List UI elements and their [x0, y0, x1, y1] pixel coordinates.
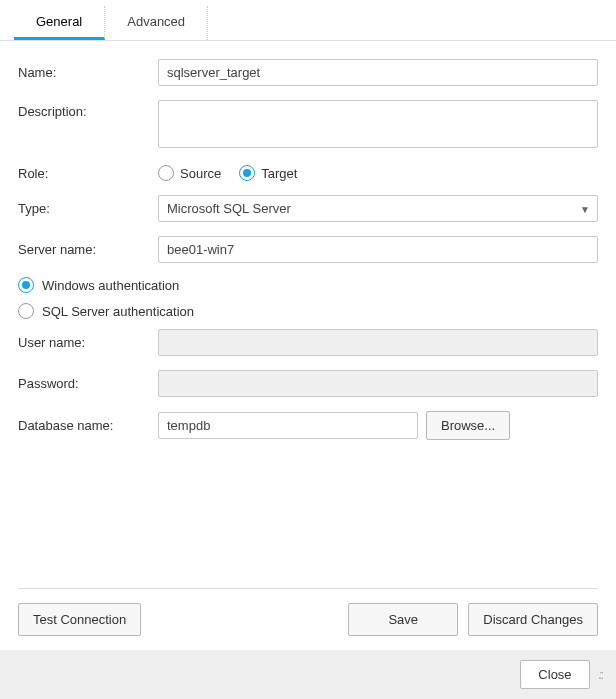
label-role: Role:: [18, 166, 158, 181]
row-role: Role: Source Target: [18, 165, 598, 181]
radio-icon: [18, 303, 34, 319]
role-source-label: Source: [180, 166, 221, 181]
role-target-label: Target: [261, 166, 297, 181]
label-server-name: Server name:: [18, 242, 158, 257]
name-input[interactable]: [158, 59, 598, 86]
auth-sqlserver-label: SQL Server authentication: [42, 304, 194, 319]
auth-windows-radio[interactable]: Windows authentication: [18, 277, 598, 293]
password-input: [158, 370, 598, 397]
row-user-name: User name:: [18, 329, 598, 356]
auth-windows-label: Windows authentication: [42, 278, 179, 293]
save-button[interactable]: Save: [348, 603, 458, 636]
label-database-name: Database name:: [18, 418, 158, 433]
row-type: Type: Microsoft SQL Server ▼: [18, 195, 598, 222]
label-name: Name:: [18, 65, 158, 80]
tab-bar: General Advanced: [0, 0, 616, 41]
server-name-input[interactable]: [158, 236, 598, 263]
browse-button[interactable]: Browse...: [426, 411, 510, 440]
description-input[interactable]: [158, 100, 598, 148]
label-description: Description:: [18, 100, 158, 119]
close-bar: Close .::: [0, 650, 616, 699]
row-name: Name:: [18, 59, 598, 86]
database-name-input[interactable]: [158, 412, 418, 439]
role-source-radio[interactable]: Source: [158, 165, 221, 181]
footer-bar: Test Connection Save Discard Changes: [0, 589, 616, 650]
radio-icon: [239, 165, 255, 181]
row-server-name: Server name:: [18, 236, 598, 263]
radio-icon: [18, 277, 34, 293]
row-database-name: Database name: Browse...: [18, 411, 598, 440]
row-description: Description:: [18, 100, 598, 151]
discard-changes-button[interactable]: Discard Changes: [468, 603, 598, 636]
label-password: Password:: [18, 376, 158, 391]
auth-sqlserver-radio[interactable]: SQL Server authentication: [18, 303, 598, 319]
label-type: Type:: [18, 201, 158, 216]
role-target-radio[interactable]: Target: [239, 165, 297, 181]
resize-grip-icon: .::: [598, 668, 602, 682]
tab-general[interactable]: General: [14, 6, 105, 40]
close-button[interactable]: Close: [520, 660, 590, 689]
radio-icon: [158, 165, 174, 181]
form-area: Name: Description: Role: Source Target T…: [0, 41, 616, 588]
label-user-name: User name:: [18, 335, 158, 350]
type-select[interactable]: Microsoft SQL Server: [158, 195, 598, 222]
test-connection-button[interactable]: Test Connection: [18, 603, 141, 636]
row-password: Password:: [18, 370, 598, 397]
user-name-input: [158, 329, 598, 356]
tab-advanced[interactable]: Advanced: [105, 6, 208, 40]
